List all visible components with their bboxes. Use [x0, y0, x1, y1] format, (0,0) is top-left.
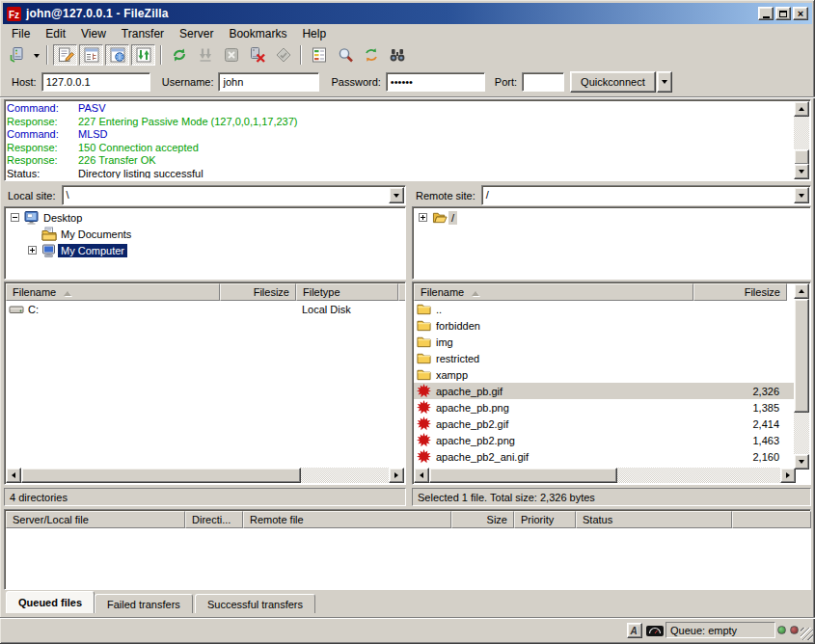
- tab-successful-transfers[interactable]: Successful transfers: [195, 594, 315, 613]
- quickconnect-dropdown[interactable]: [657, 71, 672, 93]
- scrollbar-thumb[interactable]: [794, 299, 809, 413]
- column-header-label: Filetype: [303, 286, 340, 298]
- tree-item-my-documents[interactable]: My Documents: [5, 226, 405, 242]
- menu-item-file[interactable]: File: [4, 26, 38, 41]
- quickconnect-button[interactable]: Quickconnect: [570, 71, 656, 93]
- directory-comparison-button[interactable]: [333, 44, 357, 66]
- abort-icon: [275, 46, 292, 64]
- file-row-xampp[interactable]: xampp: [414, 366, 796, 383]
- password-input[interactable]: [386, 72, 485, 92]
- file-row-c[interactable]: C:Local Disk: [6, 301, 406, 317]
- tree-item-label: My Computer: [58, 244, 127, 257]
- column-header-server-local-file[interactable]: Server/Local file: [6, 511, 185, 528]
- toggle-local-tree-button[interactable]: [79, 44, 103, 66]
- username-input[interactable]: [218, 72, 319, 92]
- filter-button[interactable]: [307, 44, 331, 66]
- file-row-img[interactable]: img: [414, 334, 796, 350]
- cancel-button[interactable]: [219, 44, 243, 66]
- file-row-apache-pb2-png[interactable]: apache_pb2.png1,463: [414, 432, 796, 448]
- column-header-priority[interactable]: Priority: [514, 511, 576, 528]
- column-header-remote-file[interactable]: Remote file: [243, 511, 451, 528]
- file-row-restricted[interactable]: restricted: [414, 350, 796, 366]
- file-row-apache-pb-png[interactable]: apache_pb.png1,385: [414, 399, 796, 416]
- find-files-button[interactable]: [385, 44, 409, 66]
- column-header-filename[interactable]: Filename: [414, 283, 693, 301]
- host-input[interactable]: [41, 72, 150, 92]
- filezilla-logo-icon: Fz: [7, 7, 21, 21]
- maximize-button[interactable]: [775, 7, 791, 20]
- remote-site-combo[interactable]: /: [481, 185, 811, 205]
- scroll-up-button[interactable]: [794, 283, 809, 299]
- refresh-button[interactable]: [167, 44, 191, 66]
- file-row-apache-pb2-ani-gif[interactable]: apache_pb2_ani.gif2,160: [414, 448, 796, 465]
- toggle-transfer-queue-button[interactable]: [131, 44, 155, 66]
- scroll-down-button[interactable]: [794, 164, 809, 179]
- speed-limit-icon[interactable]: [646, 626, 664, 636]
- scrollbar-thumb[interactable]: [21, 468, 301, 483]
- local-site-dropdown[interactable]: [389, 187, 404, 203]
- toggle-message-log-button[interactable]: [53, 44, 77, 66]
- tree-expander-plus-icon[interactable]: [28, 246, 37, 255]
- tree-item-my-computer[interactable]: My Computer: [5, 242, 405, 258]
- local-site-combo[interactable]: \: [62, 185, 406, 205]
- scroll-left-button[interactable]: [414, 468, 429, 483]
- column-header-filename[interactable]: Filename: [6, 283, 220, 301]
- tree-expander-plus-icon[interactable]: [419, 213, 427, 222]
- menu-item-transfer[interactable]: Transfer: [114, 26, 172, 41]
- site-manager-dropdown-button[interactable]: [30, 44, 42, 66]
- file-row-apache-pb2-gif[interactable]: apache_pb2.gif2,414: [414, 416, 796, 432]
- tree-item-blank[interactable]: /: [413, 209, 810, 226]
- synchronized-browsing-button[interactable]: [359, 44, 383, 66]
- resize-grip[interactable]: [801, 628, 813, 640]
- abort-button[interactable]: [271, 44, 295, 66]
- title-bar[interactable]: Fz john@127.0.0.1 - FileZilla ×: [3, 3, 812, 24]
- close-button[interactable]: ×: [793, 7, 808, 20]
- process-queue-button[interactable]: [193, 44, 217, 66]
- column-header-blank[interactable]: [732, 511, 811, 528]
- column-header-filetype[interactable]: Filetype: [296, 283, 398, 301]
- scroll-up-button[interactable]: [794, 101, 809, 117]
- tree-expander-minus-icon[interactable]: [11, 213, 19, 222]
- port-input[interactable]: [522, 72, 564, 92]
- tab-queued-files[interactable]: Queued files: [6, 591, 95, 613]
- menu-item-server[interactable]: Server: [172, 26, 221, 41]
- folder-open-icon: [432, 210, 448, 225]
- scrollbar-thumb[interactable]: [794, 149, 809, 165]
- column-header-size[interactable]: Size: [451, 511, 514, 528]
- menu-item-view[interactable]: View: [73, 26, 114, 41]
- column-header-filesize[interactable]: Filesize: [220, 283, 296, 301]
- scroll-left-button[interactable]: [6, 468, 21, 483]
- disconnect-button[interactable]: [245, 44, 269, 66]
- file-row-forbidden[interactable]: forbidden: [414, 317, 796, 334]
- menu-item-edit[interactable]: Edit: [38, 26, 73, 41]
- desktop-icon: [24, 210, 41, 226]
- column-header-l[interactable]: L: [398, 283, 406, 301]
- transfer-type-indicator[interactable]: A: [627, 623, 642, 638]
- file-row-blank[interactable]: ..: [414, 301, 796, 317]
- log-scrollbar[interactable]: [794, 101, 809, 179]
- minimize-button[interactable]: [758, 7, 774, 20]
- toggle-remote-tree-button[interactable]: [105, 44, 129, 66]
- site-manager-button[interactable]: [5, 44, 29, 66]
- tree-item-label: My Documents: [58, 228, 134, 241]
- menu-item-bookmarks[interactable]: Bookmarks: [221, 26, 294, 41]
- site-manager-icon: [9, 46, 26, 64]
- tree-item-desktop[interactable]: Desktop: [5, 209, 405, 226]
- scroll-right-button[interactable]: [389, 468, 404, 483]
- remote-site-dropdown[interactable]: [794, 187, 809, 203]
- column-header-directi[interactable]: Directi...: [185, 511, 243, 528]
- file-row-apache-pb-gif[interactable]: apache_pb.gif2,326: [414, 383, 796, 399]
- column-header-label: Filesize: [745, 286, 780, 298]
- file-name: apache_pb2.gif: [436, 418, 508, 430]
- tree-item-label: Desktop: [41, 211, 85, 225]
- remote-hscrollbar[interactable]: [414, 468, 796, 483]
- column-header-status[interactable]: Status: [576, 511, 732, 528]
- scrollbar-thumb[interactable]: [429, 468, 617, 483]
- scroll-right-button[interactable]: [780, 468, 796, 483]
- local-hscrollbar[interactable]: [6, 468, 404, 483]
- tab-failed-transfers[interactable]: Failed transfers: [95, 594, 193, 613]
- column-header-filesize[interactable]: Filesize: [693, 283, 787, 301]
- scroll-down-button[interactable]: [794, 454, 809, 470]
- remote-vscrollbar[interactable]: [794, 283, 809, 470]
- menu-item-help[interactable]: Help: [294, 26, 334, 41]
